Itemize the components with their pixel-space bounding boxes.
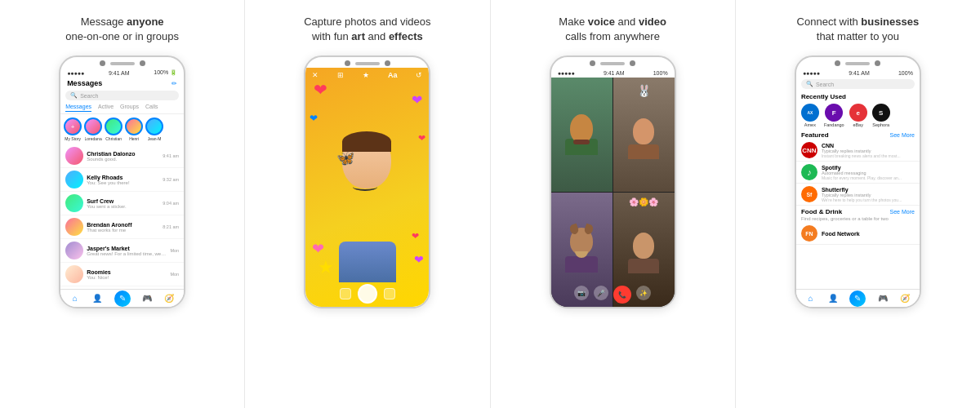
nav-discover-icon[interactable]: 🧭 <box>163 293 175 304</box>
edit-icon[interactable]: ✏ <box>172 80 177 87</box>
effects-button[interactable]: ✨ <box>636 286 651 300</box>
ar-heart-blue-small: ❤ <box>310 113 318 124</box>
camera-toggle-button[interactable]: 📷 <box>574 286 589 300</box>
camera-gallery-btn[interactable] <box>340 288 351 299</box>
story-jean-m[interactable]: Jean-M <box>145 118 163 141</box>
msg-time-surf-crew: 9:04 am <box>163 201 179 206</box>
battery-display: 100% 🔋 <box>154 69 177 76</box>
amex-logo: AX <box>801 104 819 122</box>
msg-roomies[interactable]: Roomies You: Nice! Mon <box>60 263 184 286</box>
panel-messages-title: Message anyoneone-on-one or in groups <box>57 15 187 44</box>
nav-home-icon[interactable]: ⌂ <box>69 293 81 304</box>
msg-jaspers-market[interactable]: Jasper's Market Great news! For a limite… <box>60 239 184 263</box>
biz-food-network[interactable]: FN Food Network <box>796 223 920 245</box>
message-list: Christian Dalonzo Sounds good. 9:41 am K… <box>60 144 184 286</box>
panel-video-calls: Make voice and videocalls from anywhere … <box>491 0 736 408</box>
tab-active[interactable]: Active <box>98 104 114 112</box>
recent-sephora[interactable]: S Sephora <box>872 104 890 127</box>
nav-people-icon[interactable]: 👤 <box>91 293 103 304</box>
biz-search-placeholder: Search <box>816 82 834 87</box>
msg-brendan-aronoff[interactable]: Brendan Aronoff That works for me 8:21 a… <box>60 215 184 239</box>
biz-cnn[interactable]: CNN CNN Typically replies instantly Inst… <box>796 140 920 162</box>
messenger-header: Messages ✏ <box>60 78 184 89</box>
avatar-surf-crew <box>65 194 83 212</box>
tab-calls[interactable]: Calls <box>145 104 158 112</box>
recent-fandango[interactable]: F Fandango <box>824 104 844 127</box>
phone-camera: ✕ ⊞ ★ Aa ↺ <box>304 55 430 308</box>
biz-shutterfly[interactable]: Sf Shutterfly Typically replies instantl… <box>796 184 920 206</box>
messenger-title: Messages <box>67 79 102 87</box>
sephora-label: Sephora <box>872 122 889 127</box>
msg-info-christian: Christian Dalonzo Sounds good. <box>87 151 159 162</box>
nav-people-4[interactable]: 👤 <box>827 293 839 304</box>
msg-preview-brendan: That works for me <box>87 228 159 233</box>
camera-effects-icon[interactable]: ★ <box>363 71 369 79</box>
signal-4: ●●●●● <box>803 70 820 76</box>
msg-surf-crew[interactable]: Surf Crew You sent a sticker. 9:04 am <box>60 192 184 215</box>
msg-preview-jaspers: Great news! For a limited time, we are..… <box>87 251 167 256</box>
msg-name-surf-crew: Surf Crew <box>87 198 159 204</box>
story-label-jean-m: Jean-M <box>148 136 162 141</box>
nav-games-4[interactable]: 🎮 <box>877 293 889 304</box>
phone-camera-4b <box>875 60 880 66</box>
tab-groups[interactable]: Groups <box>120 104 139 112</box>
panel-camera-title: Capture photos and videoswith fun art an… <box>296 15 439 44</box>
phone-screen-video: 🐰 <box>551 78 675 307</box>
shutterfly-info: Shutterfly Typically replies instantly W… <box>822 187 915 202</box>
msg-kelly-rhoads[interactable]: Kelly Rhoads You: See you there! 9:32 am <box>60 168 184 192</box>
story-henri[interactable]: Henri <box>125 118 143 141</box>
story-christian[interactable]: Christian <box>105 118 122 141</box>
spotify-info: Spotify Automated messaging Music for ev… <box>822 165 915 180</box>
story-avatar-christian <box>105 118 122 135</box>
phone-top-bar-2 <box>305 57 429 68</box>
msg-preview-christian: Sounds good. <box>87 157 159 162</box>
sephora-logo: S <box>872 104 890 122</box>
tab-messages[interactable]: Messages <box>65 104 91 112</box>
avatar-brendan <box>65 218 83 236</box>
jacket-placeholder <box>339 242 396 282</box>
end-call-button[interactable]: 📞 <box>613 286 631 304</box>
food-sub: Find recipes, groceries or a table for t… <box>796 216 920 223</box>
story-label-my-story: My Story <box>65 136 81 141</box>
biz-search-bar[interactable]: 🔍 Search <box>801 79 915 89</box>
cnn-info: CNN Typically replies instantly Instant … <box>822 143 915 158</box>
panel-businesses-title: Connect with businessesthat matter to yo… <box>789 15 928 44</box>
recent-ebay[interactable]: e eBay <box>849 104 867 127</box>
nav-compose-4[interactable]: ✎ <box>849 290 866 307</box>
camera-shutter-button[interactable] <box>358 284 377 304</box>
ar-heart-pink: ❤ <box>312 240 324 258</box>
biz-search-icon: 🔍 <box>806 81 813 87</box>
person4-head <box>633 233 654 259</box>
nav-games-icon[interactable]: 🎮 <box>141 293 153 304</box>
camera-text-icon[interactable]: Aa <box>388 71 398 79</box>
food-network-logo: FN <box>801 225 817 242</box>
ar-heart-red-br: ❤ <box>412 231 419 242</box>
nav-compose-button[interactable]: ✎ <box>114 290 131 307</box>
camera-close-icon[interactable]: ✕ <box>312 71 318 79</box>
search-bar-messages[interactable]: 🔍 Search <box>65 91 179 100</box>
biz-spotify[interactable]: ♪ Spotify Automated messaging Music for … <box>796 162 920 184</box>
featured-label: Featured <box>801 131 829 139</box>
phone-camera-1 <box>100 60 105 66</box>
face-illustration: 🦋 <box>341 131 394 201</box>
mute-button[interactable]: 🎤 <box>594 286 608 300</box>
phone-camera-3 <box>590 60 595 66</box>
shutterfly-name: Shutterfly <box>822 187 915 193</box>
shutterfly-logo: Sf <box>801 186 817 202</box>
food-see-more[interactable]: See More <box>890 209 915 215</box>
time-3: 9:41 AM <box>604 70 625 76</box>
nav-discover-4[interactable]: 🧭 <box>899 293 911 304</box>
story-my-story[interactable]: + My Story <box>64 118 82 141</box>
battery-4: 100% <box>898 70 913 76</box>
camera-flip-icon[interactable]: ↺ <box>416 71 422 79</box>
featured-see-more[interactable]: See More <box>890 132 915 138</box>
recent-amex[interactable]: AX Amex <box>801 104 819 127</box>
person4-body <box>628 259 659 273</box>
nav-home-4[interactable]: ⌂ <box>805 293 817 304</box>
camera-gallery-icon[interactable]: ⊞ <box>337 71 344 79</box>
story-loredana[interactable]: Loredana <box>84 118 102 141</box>
food-section-header: Food & Drink See More <box>796 206 920 216</box>
camera-effects-btn[interactable] <box>384 288 395 299</box>
person-2: 🐰 <box>613 78 675 192</box>
msg-christian-dalonzo[interactable]: Christian Dalonzo Sounds good. 9:41 am <box>60 144 184 168</box>
